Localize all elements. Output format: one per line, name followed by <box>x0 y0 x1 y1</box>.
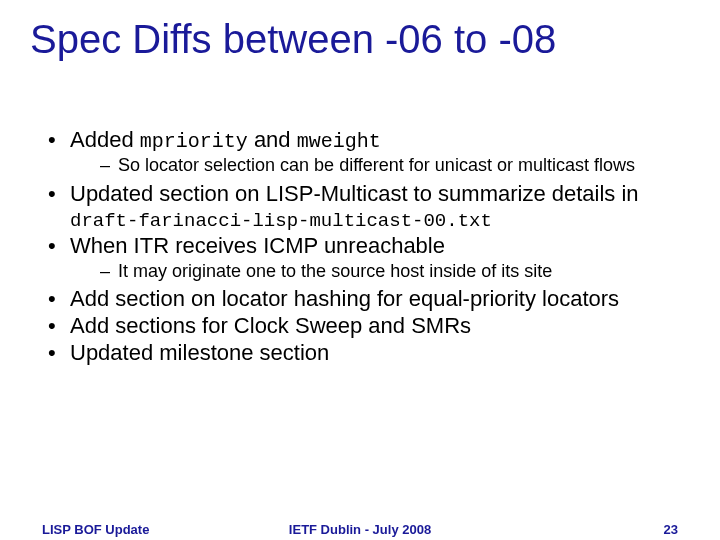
code-text: mpriority <box>140 130 248 153</box>
bullet-list: Added mpriority and mweight So locator s… <box>42 128 692 365</box>
sub-bullet-item: So locator selection can be different fo… <box>100 155 692 176</box>
text: Add section on locator hashing for equal… <box>70 286 619 311</box>
sub-bullet-item: It may originate one to the source host … <box>100 261 692 282</box>
bullet-item: Add sections for Clock Sweep and SMRs <box>42 314 692 339</box>
text: Add sections for Clock Sweep and SMRs <box>70 313 471 338</box>
text: It may originate one to the source host … <box>118 261 552 281</box>
text: When ITR receives ICMP unreachable <box>70 233 445 258</box>
text: Added <box>70 127 140 152</box>
sub-bullet-list: It may originate one to the source host … <box>70 261 692 282</box>
sub-bullet-list: So locator selection can be different fo… <box>70 155 692 176</box>
slide: Spec Diffs between -06 to -08 Added mpri… <box>0 0 720 540</box>
bullet-item: When ITR receives ICMP unreachable It ma… <box>42 234 692 281</box>
code-text: mweight <box>297 130 381 153</box>
footer-center: IETF Dublin - July 2008 <box>42 522 678 537</box>
bullet-item: Add section on locator hashing for equal… <box>42 287 692 312</box>
slide-title: Spec Diffs between -06 to -08 <box>30 18 700 60</box>
slide-body: Added mpriority and mweight So locator s… <box>42 128 692 367</box>
bullet-item: Updated section on LISP-Multicast to sum… <box>42 182 692 232</box>
bullet-item: Updated milestone section <box>42 341 692 366</box>
bullet-item: Added mpriority and mweight So locator s… <box>42 128 692 176</box>
text: So locator selection can be different fo… <box>118 155 635 175</box>
text: and <box>248 127 297 152</box>
footer-page-number: 23 <box>664 522 678 537</box>
text: Updated section on LISP-Multicast to sum… <box>70 181 639 206</box>
text: Updated milestone section <box>70 340 329 365</box>
code-text: draft-farinacci-lisp-multicast-00.txt <box>70 210 492 232</box>
